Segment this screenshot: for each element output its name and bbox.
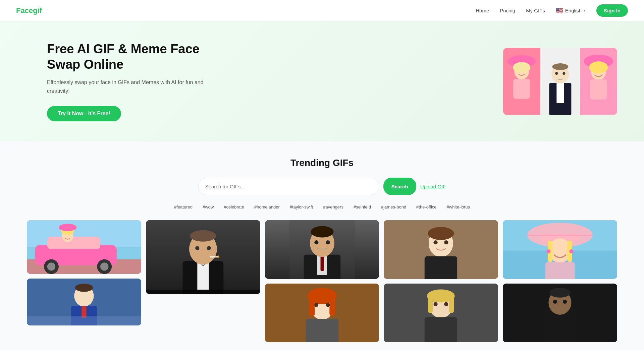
search-input-wrap [198,178,379,195]
hero-collage [503,48,617,115]
svg-rect-33 [82,306,87,318]
svg-point-75 [444,240,448,244]
svg-rect-80 [428,296,433,313]
hero-text: Free AI GIF & Meme Face Swap Online Effo… [47,42,221,121]
signin-button[interactable]: Sign In [596,4,628,17]
logo[interactable]: Facegif [16,6,42,15]
svg-rect-17 [590,79,607,100]
gif-office-man[interactable] [27,279,141,325]
gif-dark-scene[interactable] [503,284,617,342]
nav-home[interactable]: Home [476,8,489,13]
tag-avengers[interactable]: #avengers [320,203,346,211]
search-button[interactable]: Search [383,178,416,195]
hero-title: Free AI GIF & Meme Face Swap Online [47,42,221,72]
svg-text:Bond. James Bond.: Bond. James Bond. [152,293,198,294]
svg-point-26 [100,263,108,271]
svg-point-74 [434,240,438,244]
svg-point-11 [555,72,558,75]
barbie-left-figure [503,48,540,115]
search-input[interactable] [205,184,372,189]
svg-point-34 [75,284,93,292]
gif-american-psycho[interactable] [265,220,379,279]
svg-point-10 [552,63,568,70]
svg-point-67 [326,303,330,307]
upload-gif-link[interactable]: Upload GIF [420,184,446,189]
hero-section: Free AI GIF & Meme Face Swap Online Effo… [0,21,644,141]
svg-rect-35 [27,316,141,325]
svg-point-43 [195,246,199,250]
svg-rect-68 [306,319,338,343]
hero-image-center [542,48,579,115]
trending-title: Trending GIFs [27,158,617,168]
hero-subtitle: Effortlessly swap your face in GIFs and … [47,78,221,95]
gif-barbie-hat[interactable] [503,220,617,279]
gif-seinfeld-woman[interactable] [384,220,498,279]
svg-point-84 [444,302,448,306]
svg-rect-55 [320,255,324,271]
svg-rect-73 [425,256,457,279]
tag-seinfeld[interactable]: #seinfeld [351,203,374,211]
svg-point-72 [428,227,454,240]
svg-point-44 [207,246,211,250]
svg-rect-22 [47,237,100,249]
gif-col-3 [265,220,379,342]
tag-taylor-swift[interactable]: #taylor-swift [287,203,316,211]
hero-image-barbie-right [580,48,617,115]
chevron-down-icon: ▾ [584,8,586,13]
elon-figure [542,48,579,115]
gif-redhead[interactable] [265,284,379,342]
svg-point-42 [190,230,216,242]
language-selector[interactable]: 🇺🇸 English ▾ [556,7,586,14]
nav-pricing[interactable]: Pricing [500,8,515,13]
gif-woman2[interactable] [384,284,498,342]
nav-links: Home Pricing My GIFs 🇺🇸 English ▾ Sign I… [476,4,628,17]
language-label: English [565,8,582,13]
tag-featured[interactable]: #featured [171,203,195,211]
gif-col-5 [503,220,617,342]
svg-point-29 [59,224,77,231]
svg-rect-64 [309,296,315,316]
svg-rect-46 [218,256,219,258]
tag-wow[interactable]: #wow [200,203,216,211]
svg-point-12 [562,72,565,75]
svg-point-58 [314,240,318,244]
gif-col-4 [384,220,498,342]
navbar: Facegif Home Pricing My GIFs 🇺🇸 English … [0,0,644,21]
svg-point-16 [589,61,608,73]
barbie-right-figure [580,48,617,115]
hero-image-barbie-left [503,48,540,115]
gif-col-2: Bond. James Bond. STARZ [146,220,260,342]
tag-james-bond[interactable]: #james-bond [378,203,409,211]
svg-rect-8 [556,83,564,103]
tag-the-office[interactable]: #the-office [414,203,439,211]
tag-celebrate[interactable]: #celebrate [221,203,247,211]
tag-homelander[interactable]: #homelander [252,203,282,211]
svg-rect-81 [449,296,454,313]
tag-white-lotus[interactable]: #white-lotus [444,203,473,211]
trending-section: Trending GIFs Search Upload GIF #feature… [0,141,644,350]
svg-rect-95 [545,262,575,279]
svg-rect-5 [513,79,530,99]
svg-point-93 [546,249,550,253]
svg-point-59 [326,240,330,244]
svg-point-4 [513,62,530,73]
svg-point-94 [570,249,574,253]
try-now-button[interactable]: Try It Now - It's Free! [47,106,121,121]
search-bar: Search Upload GIF [27,178,617,195]
nav-mygifs[interactable]: My GIFs [526,8,545,13]
gif-barbie-drive[interactable] [27,220,141,274]
gif-james-bond[interactable]: Bond. James Bond. STARZ [146,220,260,294]
svg-rect-82 [425,317,457,343]
flag-icon: 🇺🇸 [556,7,563,14]
svg-rect-65 [329,296,335,316]
svg-point-57 [311,226,333,238]
svg-point-24 [47,263,55,271]
svg-point-83 [434,302,438,306]
tag-list: #featured #wow #celebrate #homelander #t… [27,203,617,211]
gif-grid: Bond. James Bond. STARZ [27,220,617,342]
svg-rect-103 [503,284,617,342]
svg-point-66 [314,303,318,307]
gif-col-1 [27,220,141,342]
